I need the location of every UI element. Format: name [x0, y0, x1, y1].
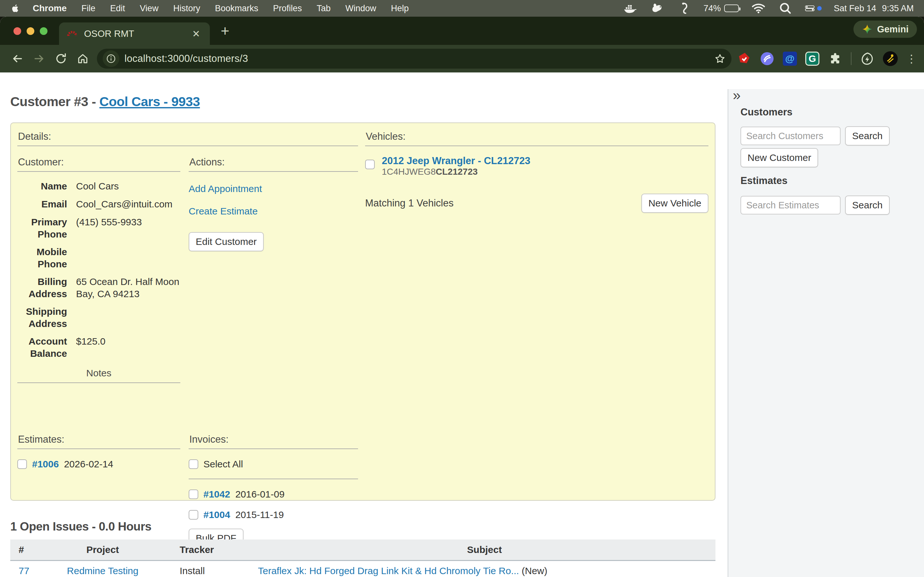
- matching-vehicles-text: Matching 1 Vehicles: [365, 197, 454, 209]
- invoices-header: Invoices:: [189, 431, 358, 449]
- menubar-item-tab[interactable]: Tab: [317, 3, 331, 13]
- ext-privacy-icon[interactable]: @: [783, 52, 797, 66]
- invoice-link[interactable]: #1004: [204, 509, 230, 520]
- rabbit-icon[interactable]: [650, 1, 664, 16]
- issue-id-link[interactable]: 77: [19, 566, 29, 576]
- select-all-checkbox[interactable]: [189, 459, 198, 469]
- apple-icon[interactable]: [10, 3, 20, 13]
- menubar-item-profiles[interactable]: Profiles: [273, 3, 302, 13]
- minimize-window-button[interactable]: [27, 27, 34, 35]
- vehicle-row: 2012 Jeep Wrangler - CL212723 1C4HJWEG8C…: [365, 155, 708, 177]
- customer-section: Customer: Name Cool Cars Email Cool_Cars…: [17, 154, 180, 383]
- sidebar-collapse-icon[interactable]: »: [733, 87, 740, 103]
- url-text[interactable]: localhost:3000/customers/3: [124, 53, 714, 64]
- menubar-item-chrome[interactable]: Chrome: [33, 3, 67, 13]
- customer-fields: Name Cool Cars Email Cool_Cars@intuit.co…: [17, 180, 180, 359]
- search-customers-button[interactable]: Search: [845, 126, 890, 145]
- page-title-prefix: Customer #3 -: [10, 94, 99, 109]
- col-header-subject: Subject: [254, 540, 716, 561]
- home-icon[interactable]: [72, 49, 94, 68]
- spotlight-search-icon[interactable]: [778, 1, 793, 16]
- col-header-project: Project: [39, 540, 167, 561]
- actions-header: Actions:: [189, 154, 358, 172]
- col-header-tracker: Tracker: [167, 540, 254, 561]
- gemini-button[interactable]: Gemini: [853, 21, 917, 38]
- window-controls: [13, 27, 47, 35]
- battery-saver-icon[interactable]: [860, 51, 875, 66]
- edit-customer-button[interactable]: Edit Customer: [189, 232, 264, 251]
- select-all-row: Select All: [189, 459, 358, 470]
- customer-name-link[interactable]: Cool Cars - 9933: [99, 94, 200, 109]
- menubar-item-edit[interactable]: Edit: [110, 3, 125, 13]
- extensions-puzzle-icon[interactable]: [828, 51, 843, 66]
- ext-stylus-icon[interactable]: [760, 51, 774, 66]
- gemini-icon: [862, 24, 873, 35]
- new-customer-button[interactable]: New Customer: [740, 148, 818, 167]
- monkey-icon[interactable]: [677, 1, 691, 16]
- vehicle-link[interactable]: 2012 Jeep Wrangler - CL212723: [382, 155, 530, 167]
- estimate-date: 2026-02-14: [64, 459, 113, 470]
- menubar-item-history[interactable]: History: [173, 3, 200, 13]
- menubar-item-file[interactable]: File: [81, 3, 95, 13]
- estimate-checkbox[interactable]: [17, 459, 27, 469]
- issues-table-header-row: # Project Tracker Subject: [10, 540, 716, 561]
- forward-icon[interactable]: [28, 49, 50, 68]
- screen-indicator-dot: [817, 6, 822, 11]
- select-all-label: Select All: [204, 459, 243, 470]
- site-info-icon[interactable]: [103, 50, 120, 67]
- bookmark-star-icon[interactable]: [714, 53, 726, 64]
- docker-icon[interactable]: [623, 1, 638, 16]
- invoices-divider: [189, 479, 358, 479]
- vin-suffix: CL212723: [436, 167, 478, 177]
- browser-menu-icon[interactable]: ⋮: [906, 55, 917, 62]
- menubar-time: 9:35 AM: [882, 3, 914, 13]
- tab-title: OSOR RMT: [84, 29, 190, 39]
- open-issues-heading: 1 Open Issues - 0.0 Hours: [10, 520, 152, 533]
- reload-icon[interactable]: [50, 49, 72, 68]
- vehicle-checkbox[interactable]: [365, 160, 375, 169]
- field-label: Primary Phone: [17, 216, 67, 240]
- field-label: Shipping Address: [17, 306, 67, 330]
- issue-project-link[interactable]: Redmine Testing: [67, 566, 139, 576]
- menubar-item-help[interactable]: Help: [391, 3, 409, 13]
- battery-indicator[interactable]: 74%: [704, 3, 739, 13]
- invoices-section: Invoices: Select All #1042 2016-01-09: [189, 431, 358, 548]
- issues-table: # Project Tracker Subject 77 Redmine Tes…: [10, 540, 716, 577]
- new-vehicle-button[interactable]: New Vehicle: [641, 193, 708, 213]
- new-tab-button[interactable]: +: [221, 21, 229, 40]
- invoice-checkbox[interactable]: [189, 490, 198, 499]
- search-customers-input[interactable]: [740, 127, 841, 145]
- issue-subject-link[interactable]: Teraflex Jk: Hd Forged Drag Link Kit & H…: [258, 566, 519, 576]
- close-window-button[interactable]: [13, 27, 21, 35]
- tab-close-icon[interactable]: ✕: [190, 28, 202, 39]
- field-label: Billing Address: [17, 276, 67, 300]
- menubar-item-window[interactable]: Window: [346, 3, 376, 13]
- search-estimates-button[interactable]: Search: [845, 195, 890, 215]
- add-appointment-link[interactable]: Add Appointment: [189, 183, 358, 194]
- issue-status: (New): [522, 566, 548, 576]
- menubar-clock[interactable]: Sat Feb 14 9:35 AM: [834, 3, 914, 13]
- field-label: Account Balance: [17, 335, 67, 359]
- main-area: Customer #3 - Cool Cars - 9933 Details: …: [0, 89, 728, 577]
- estimates-header: Estimates:: [17, 431, 180, 449]
- browser-tab[interactable]: OSOR RMT ✕: [59, 23, 210, 45]
- invoice-link[interactable]: #1042: [204, 489, 230, 500]
- wifi-icon[interactable]: [751, 1, 766, 16]
- menubar-item-bookmarks[interactable]: Bookmarks: [215, 3, 258, 13]
- field-value: $125.0: [76, 335, 182, 359]
- control-center-icon[interactable]: [805, 5, 822, 11]
- back-icon[interactable]: [6, 49, 28, 68]
- invoice-checkbox[interactable]: [189, 510, 198, 520]
- zoom-window-button[interactable]: [40, 27, 47, 35]
- menubar-item-view[interactable]: View: [140, 3, 158, 13]
- address-bar[interactable]: localhost:3000/customers/3: [97, 49, 732, 69]
- profile-avatar[interactable]: [883, 51, 898, 66]
- actions-section: Actions: Add Appointment Create Estimate…: [189, 154, 358, 383]
- ext-grammarly-icon[interactable]: G: [805, 52, 819, 66]
- invoice-row: #1042 2016-01-09: [189, 489, 358, 500]
- estimate-link[interactable]: #1006: [32, 459, 59, 470]
- create-estimate-link[interactable]: Create Estimate: [189, 206, 358, 217]
- ext-adblock-icon[interactable]: [737, 51, 751, 66]
- issue-row: 77 Redmine Testing Install Teraflex Jk: …: [10, 561, 716, 577]
- search-estimates-input[interactable]: [740, 196, 841, 214]
